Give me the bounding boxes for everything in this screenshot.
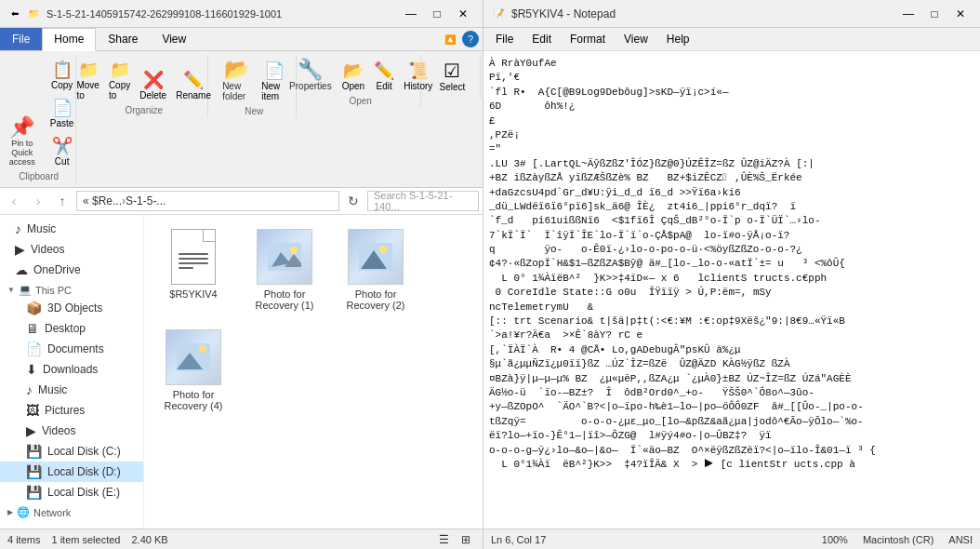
file-item-photo2[interactable]: Photo for Recovery (2)	[334, 222, 417, 315]
ribbon-help-button[interactable]: ?	[462, 31, 479, 47]
ribbon: File Home Share View 🔼 ? 📌 Pin to Quicka…	[0, 28, 483, 188]
copy-folder-icon: 📁	[110, 60, 130, 80]
sidebar-item-music2[interactable]: ♪ Music	[0, 380, 143, 400]
photo4-file-label: Photo for Recovery (4)	[156, 389, 231, 411]
address-path-2: S-1-5-...	[126, 194, 166, 208]
disk-e-icon: 💾	[26, 485, 42, 500]
minimize-button[interactable]: —	[399, 5, 423, 23]
photo4-file-icon	[164, 328, 223, 387]
sidebar-item-3dobjects[interactable]: 📦 3D Objects	[0, 298, 143, 318]
explorer-title-bar: ⬅ 📁 S-1-5-21-1405915742-262999108-116601…	[0, 0, 483, 28]
image-icon-4	[166, 329, 221, 385]
close-button[interactable]: ✕	[451, 5, 475, 23]
sidebar-item-videos[interactable]: ▶ Videos	[0, 239, 143, 260]
properties-button[interactable]: 🔧 Properties	[285, 57, 337, 94]
forward-button[interactable]: ›	[28, 191, 48, 211]
tab-view[interactable]: View	[150, 28, 198, 50]
address-bar: ‹ › ↑ « $Re... › S-1-5-... ↻ Search S-1-…	[0, 188, 483, 215]
open-button[interactable]: 📂 Open	[338, 58, 368, 94]
mountain-svg-1	[268, 243, 301, 271]
network-icon: 🌐	[17, 506, 30, 518]
tab-file[interactable]: File	[0, 28, 42, 50]
sidebar-item-pictures[interactable]: 🖼 Pictures	[0, 400, 143, 421]
file-item-r5ykiv4[interactable]: $R5YKIV4	[152, 222, 235, 315]
notepad-maximize-button[interactable]: □	[922, 5, 947, 23]
delete-icon: ❌	[143, 70, 164, 90]
tab-share[interactable]: Share	[96, 28, 150, 50]
title-bar-buttons: — □ ✕	[399, 5, 475, 23]
3dobjects-icon: 📦	[26, 301, 42, 315]
file-item-photo4[interactable]: Photo for Recovery (4)	[152, 323, 235, 416]
copy-icon: 📋	[52, 60, 73, 80]
menu-help[interactable]: Help	[658, 30, 698, 48]
edit-button[interactable]: ✏️ Edit	[370, 58, 398, 94]
sidebar-item-localdisk-e[interactable]: 💾 Local Disk (E:)	[0, 482, 143, 502]
new-buttons: 📂 New folder 📄 New item	[218, 57, 290, 104]
item-selected: 1 item selected	[51, 534, 120, 545]
pin-to-quick-access-button[interactable]: 📌 Pin to Quickaccess	[0, 114, 45, 169]
new-folder-button[interactable]: 📂 New folder	[218, 57, 256, 104]
ribbon-minimize-button[interactable]: 🔼	[438, 30, 462, 48]
copy-to-button[interactable]: 📁 Copy to	[105, 57, 134, 103]
sidebar-item-music[interactable]: ♪ Music	[0, 219, 143, 239]
status-view-buttons: ☰ ⊞	[434, 530, 475, 549]
svg-point-9	[199, 345, 206, 353]
address-path-1: « $Re...	[83, 194, 122, 208]
sidebar-section-thispc[interactable]: ▼ 💻 This PC	[0, 280, 143, 298]
move-icon: 📁	[78, 60, 99, 80]
image-icon-2	[348, 229, 404, 285]
sidebar: ♪ Music ▶ Videos ☁ OneDrive ▼ 💻 This PC …	[0, 215, 144, 529]
sidebar-item-downloads[interactable]: ⬇ Downloads	[0, 359, 143, 380]
search-box[interactable]: Search S-1-5-21-140...	[367, 191, 479, 211]
tab-home[interactable]: Home	[42, 28, 96, 51]
expand-icon: ▼	[7, 286, 15, 294]
notepad: 📝 $R5YKIV4 - Notepad — □ ✕ File Edit For…	[483, 0, 980, 549]
sidebar-section-network[interactable]: ▶ 🌐 Network	[0, 502, 143, 520]
content-grid: $R5YKIV4	[152, 222, 475, 416]
sidebar-item-localdisk-c[interactable]: 💾 Local Disk (C:)	[0, 441, 143, 462]
notepad-status-bar: Ln 6, Col 17 100% Macintosh (CR) ANSI	[483, 529, 980, 549]
select-button[interactable]: ☑ Select	[435, 57, 470, 95]
menu-file[interactable]: File	[487, 30, 522, 48]
sidebar-item-documents[interactable]: 📄 Documents	[0, 339, 143, 359]
main-area: ♪ Music ▶ Videos ☁ OneDrive ▼ 💻 This PC …	[0, 215, 483, 529]
maximize-button[interactable]: □	[425, 5, 449, 23]
large-icons-view-button[interactable]: ⊞	[457, 530, 475, 549]
documents-icon: 📄	[26, 341, 42, 356]
disk-d-icon: 💾	[26, 464, 42, 479]
title-bar-back-icon: ⬅	[7, 7, 22, 21]
text-document-icon	[171, 229, 216, 285]
up-button[interactable]: ↑	[52, 191, 73, 211]
refresh-button[interactable]: ↻	[343, 191, 364, 211]
photo1-file-icon	[255, 227, 314, 287]
new-group-label: New	[245, 106, 263, 116]
file-explorer: ⬅ 📁 S-1-5-21-1405915742-262999108-116601…	[0, 0, 483, 549]
details-view-button[interactable]: ☰	[434, 530, 453, 549]
ribbon-tabs: File Home Share View 🔼 ?	[0, 28, 483, 51]
downloads-icon: ⬇	[26, 362, 37, 377]
svg-point-6	[379, 246, 387, 253]
sidebar-item-localdisk-d[interactable]: 💾 Local Disk (D:)	[0, 462, 143, 482]
menu-view[interactable]: View	[616, 30, 656, 48]
sidebar-item-videos2[interactable]: ▶ Videos	[0, 421, 143, 441]
file-item-photo1[interactable]: Photo for Recovery (1)	[243, 222, 326, 315]
videos2-icon: ▶	[26, 423, 36, 438]
notepad-minimize-button[interactable]: —	[896, 5, 920, 23]
sidebar-item-desktop[interactable]: 🖥 Desktop	[0, 318, 143, 339]
title-bar-folder-icon: 📁	[26, 7, 41, 21]
move-to-button[interactable]: 📁 Move to	[73, 57, 102, 103]
address-input[interactable]: « $Re... › S-1-5-...	[76, 191, 339, 211]
cut-button[interactable]: ✂️ Cut	[46, 133, 78, 169]
notepad-close-button[interactable]: ✕	[948, 5, 973, 23]
notepad-content[interactable]: À RràY0uf‌A‌e Pï‌,′‌€ `f‌l ‌R•‌ A{C[‌@B9…	[483, 51, 980, 529]
item-size: 2.40 KB	[131, 534, 167, 545]
rename-button[interactable]: ✏️ Rename	[172, 67, 215, 103]
music-icon: ♪	[15, 221, 21, 236]
organize-group-label: Organize	[125, 105, 163, 115]
sidebar-item-onedrive[interactable]: ☁ OneDrive	[0, 260, 143, 280]
menu-format[interactable]: Format	[562, 30, 614, 48]
delete-button[interactable]: ❌ Delete	[136, 67, 170, 103]
open-buttons: 🔧 Properties 📂 Open ✏️ Edit 📜 History	[285, 57, 436, 94]
menu-edit[interactable]: Edit	[523, 30, 560, 48]
back-button[interactable]: ‹	[4, 191, 24, 211]
